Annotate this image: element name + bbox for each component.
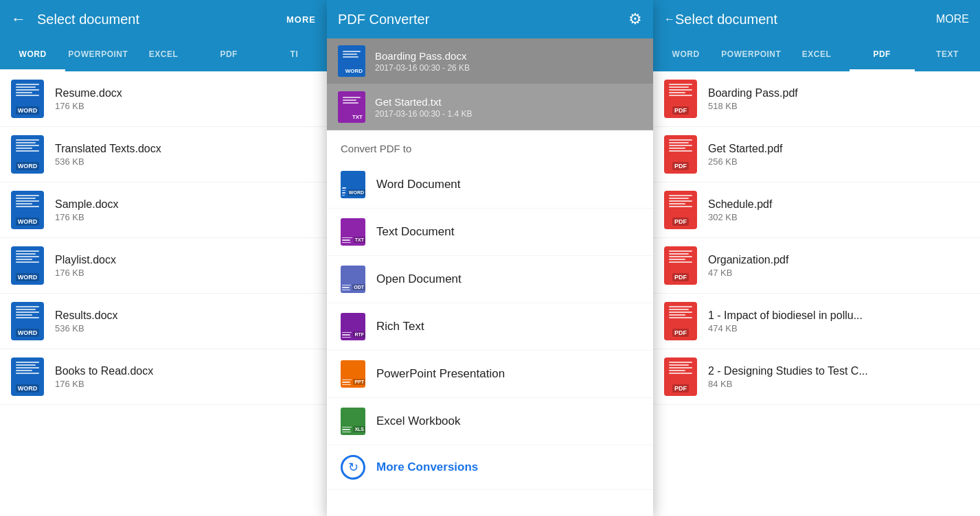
file-size: 176 KB xyxy=(55,268,316,278)
file-info: Resume.docx 176 KB xyxy=(55,87,316,111)
right-tab-text[interactable]: TEXT xyxy=(915,38,980,71)
word-small-icon: WORD xyxy=(338,45,365,77)
left-title: Select document xyxy=(37,12,286,27)
file-info: Get Started.pdf 256 KB xyxy=(708,143,969,167)
pdf-file-icon: PDF xyxy=(664,191,697,229)
convert-item-label: Excel Workbook xyxy=(376,414,461,428)
list-item[interactable]: WORD Sample.docx 176 KB xyxy=(0,183,327,238)
right-title: Select document xyxy=(675,12,936,27)
file-info: Schedule.pdf 302 KB xyxy=(708,198,969,222)
file-size: 536 KB xyxy=(55,156,316,167)
odt-convert-icon: ODT xyxy=(341,266,365,293)
file-info: Sample.docx 176 KB xyxy=(55,198,316,222)
file-info: Results.docx 536 KB xyxy=(55,309,316,333)
convert-rich-text[interactable]: RTF Rich Text xyxy=(327,303,653,351)
file-name: Resume.docx xyxy=(55,87,316,99)
left-more-button[interactable]: MORE xyxy=(286,14,316,25)
list-item[interactable]: PDF Boarding Pass.pdf 518 KB xyxy=(653,71,980,127)
left-tab-pdf[interactable]: PDF xyxy=(196,38,262,71)
right-tab-word[interactable]: WORD xyxy=(653,38,718,71)
convert-word-doc[interactable]: WORD Word Document xyxy=(327,161,653,209)
file-size: 518 KB xyxy=(708,101,969,111)
right-tab-excel[interactable]: EXCEL xyxy=(784,38,849,71)
pdf-file-icon: PDF xyxy=(664,357,697,396)
file-info: Playlist.docx 176 KB xyxy=(55,254,316,278)
file-name: Sample.docx xyxy=(55,198,316,211)
word-file-icon: WORD xyxy=(11,246,44,285)
gear-icon[interactable]: ⚙ xyxy=(628,10,642,28)
recent-file-meta: 2017-03-16 00:30 - 1.4 KB xyxy=(375,109,472,119)
file-info: Organization.pdf 47 KB xyxy=(708,254,969,278)
right-more-button[interactable]: MORE xyxy=(936,13,969,25)
convert-more[interactable]: More Conversions xyxy=(327,445,653,490)
recent-file-info: Boarding Pass.docx 2017-03-16 00:30 - 26… xyxy=(375,50,470,73)
right-tab-pdf[interactable]: PDF xyxy=(850,38,915,71)
file-name: 2 - Designing Studies to Test C... xyxy=(708,365,969,377)
convert-item-label: Open Document xyxy=(376,272,461,286)
word-file-icon: WORD xyxy=(11,135,44,174)
convert-item-label: Rich Text xyxy=(376,320,424,333)
center-panel: PDF Converter ⚙ WORD Boarding Pass.docx … xyxy=(327,0,653,516)
list-item[interactable]: WORD Books to Read.docx 176 KB xyxy=(0,349,327,405)
file-name: Organization.pdf xyxy=(708,254,969,266)
left-back-button[interactable]: ← xyxy=(11,10,26,28)
recent-file-item[interactable]: TXT Get Started.txt 2017-03-16 00:30 - 1… xyxy=(327,84,653,130)
file-name: Translated Texts.docx xyxy=(55,143,316,155)
file-size: 256 KB xyxy=(708,156,969,167)
file-info: Translated Texts.docx 536 KB xyxy=(55,143,316,167)
convert-open-doc[interactable]: ODT Open Document xyxy=(327,256,653,303)
txt-convert-icon: TXT xyxy=(341,218,365,246)
convert-excel[interactable]: XLS Excel Workbook xyxy=(327,398,653,445)
convert-label: Convert PDF to xyxy=(327,130,653,161)
list-item[interactable]: WORD Results.docx 536 KB xyxy=(0,294,327,349)
convert-powerpoint[interactable]: PPT PowerPoint Presentation xyxy=(327,351,653,398)
xls-convert-icon: XLS xyxy=(341,408,365,435)
file-size: 176 KB xyxy=(55,212,316,222)
list-item[interactable]: PDF Get Started.pdf 256 KB xyxy=(653,127,980,183)
file-size: 176 KB xyxy=(55,379,316,389)
pdf-file-icon: PDF xyxy=(664,246,697,285)
left-tab-excel[interactable]: EXCEL xyxy=(130,38,196,71)
left-tab-text[interactable]: TI xyxy=(262,38,327,71)
list-item[interactable]: WORD Translated Texts.docx 536 KB xyxy=(0,127,327,183)
txt-small-icon: TXT xyxy=(338,91,365,123)
list-item[interactable]: PDF 2 - Designing Studies to Test C... 8… xyxy=(653,349,980,405)
file-name: Results.docx xyxy=(55,309,316,322)
convert-text-doc[interactable]: TXT Text Document xyxy=(327,209,653,256)
left-tab-bar: WORD POWERPOINT EXCEL PDF TI xyxy=(0,38,327,71)
file-name: Get Started.pdf xyxy=(708,143,969,155)
left-tab-word[interactable]: WORD xyxy=(0,38,65,71)
recent-files-list: WORD Boarding Pass.docx 2017-03-16 00:30… xyxy=(327,38,653,130)
file-size: 84 KB xyxy=(708,379,969,389)
file-name: Schedule.pdf xyxy=(708,198,969,211)
right-back-button[interactable]: ← xyxy=(664,13,675,25)
recent-file-name: Boarding Pass.docx xyxy=(375,50,470,62)
file-info: Boarding Pass.pdf 518 KB xyxy=(708,87,969,111)
right-file-list: PDF Boarding Pass.pdf 518 KB PDF Get Sta… xyxy=(653,71,980,516)
list-item[interactable]: PDF Organization.pdf 47 KB xyxy=(653,238,980,294)
recent-file-meta: 2017-03-16 00:30 - 26 KB xyxy=(375,63,470,73)
recent-file-info: Get Started.txt 2017-03-16 00:30 - 1.4 K… xyxy=(375,96,472,119)
list-item[interactable]: PDF Schedule.pdf 302 KB xyxy=(653,183,980,238)
list-item[interactable]: WORD Playlist.docx 176 KB xyxy=(0,238,327,294)
word-file-icon: WORD xyxy=(11,80,44,118)
more-conversions-icon xyxy=(341,455,365,480)
file-name: Books to Read.docx xyxy=(55,365,316,377)
recent-file-name: Get Started.txt xyxy=(375,96,472,108)
convert-item-label: Word Document xyxy=(376,178,461,191)
right-tab-powerpoint[interactable]: POWERPOINT xyxy=(718,38,784,71)
file-size: 474 KB xyxy=(708,323,969,333)
file-name: 1 - Impact of biodiesel in pollu... xyxy=(708,309,969,322)
left-tab-powerpoint[interactable]: POWERPOINT xyxy=(65,38,130,71)
convert-item-label: PowerPoint Presentation xyxy=(376,367,505,381)
left-panel: ← Select document MORE WORD POWERPOINT E… xyxy=(0,0,327,516)
convert-item-label: Text Document xyxy=(376,225,454,239)
file-info: 1 - Impact of biodiesel in pollu... 474 … xyxy=(708,309,969,333)
file-info: Books to Read.docx 176 KB xyxy=(55,365,316,389)
rtf-convert-icon: RTF xyxy=(341,313,365,340)
list-item[interactable]: PDF 1 - Impact of biodiesel in pollu... … xyxy=(653,294,980,349)
right-topbar: ← Select document MORE xyxy=(653,0,980,38)
more-conversions-label: More Conversions xyxy=(376,460,478,474)
list-item[interactable]: WORD Resume.docx 176 KB xyxy=(0,71,327,127)
recent-file-item[interactable]: WORD Boarding Pass.docx 2017-03-16 00:30… xyxy=(327,38,653,84)
